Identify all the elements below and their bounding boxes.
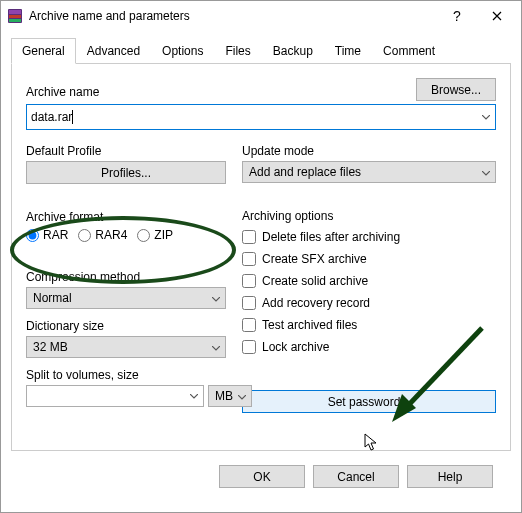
- tab-time[interactable]: Time: [324, 38, 372, 64]
- svg-rect-2: [9, 15, 21, 18]
- app-icon: [7, 8, 23, 24]
- update-mode-label: Update mode: [242, 144, 496, 158]
- radio-zip[interactable]: ZIP: [137, 228, 173, 242]
- titlebar-close-button[interactable]: [477, 2, 517, 30]
- cancel-button[interactable]: Cancel: [313, 465, 399, 488]
- cursor-icon: [364, 433, 380, 453]
- dialog-window: Archive name and parameters ? GeneralAdv…: [0, 0, 522, 513]
- archive-name-value: data.rar: [31, 110, 72, 124]
- chevron-down-icon: [207, 293, 225, 304]
- tab-comment[interactable]: Comment: [372, 38, 446, 64]
- chevron-down-icon: [207, 342, 225, 353]
- option-3[interactable]: Add recovery record: [242, 292, 496, 314]
- set-password-button[interactable]: Set password...: [242, 390, 496, 413]
- archive-name-input[interactable]: data.rar: [26, 104, 496, 130]
- checkbox-1[interactable]: [242, 252, 256, 266]
- radio-input-rar4[interactable]: [78, 229, 91, 242]
- tab-options[interactable]: Options: [151, 38, 214, 64]
- archiving-options-label: Archiving options: [242, 209, 496, 223]
- titlebar-help-button[interactable]: ?: [437, 2, 477, 30]
- tab-general[interactable]: General: [11, 38, 76, 64]
- compression-label: Compression method: [26, 270, 226, 284]
- split-size-input[interactable]: [26, 385, 204, 407]
- split-size-field[interactable]: [27, 387, 185, 405]
- archive-format-group: RARRAR4ZIP: [26, 228, 226, 242]
- browse-button[interactable]: Browse...: [416, 78, 496, 101]
- ok-button[interactable]: OK: [219, 465, 305, 488]
- checkbox-2[interactable]: [242, 274, 256, 288]
- default-profile-label: Default Profile: [26, 144, 226, 158]
- tab-backup[interactable]: Backup: [262, 38, 324, 64]
- update-mode-select[interactable]: Add and replace files: [242, 161, 496, 183]
- tab-bar: GeneralAdvancedOptionsFilesBackupTimeCom…: [11, 37, 511, 64]
- archive-format-label: Archive format: [26, 210, 226, 224]
- option-2[interactable]: Create solid archive: [242, 270, 496, 292]
- dialog-footer: OK Cancel Help: [11, 451, 511, 488]
- chevron-down-icon: [477, 167, 495, 178]
- tab-files[interactable]: Files: [214, 38, 261, 64]
- option-5[interactable]: Lock archive: [242, 336, 496, 358]
- profiles-button[interactable]: Profiles...: [26, 161, 226, 184]
- checkbox-4[interactable]: [242, 318, 256, 332]
- radio-input-zip[interactable]: [137, 229, 150, 242]
- option-0[interactable]: Delete files after archiving: [242, 226, 496, 248]
- chevron-down-icon: [233, 391, 251, 402]
- dictionary-label: Dictionary size: [26, 319, 226, 333]
- tab-advanced[interactable]: Advanced: [76, 38, 151, 64]
- tab-panel-general: Archive name Browse... data.rar: [11, 64, 511, 451]
- radio-rar4[interactable]: RAR4: [78, 228, 127, 242]
- checkbox-3[interactable]: [242, 296, 256, 310]
- split-unit-select[interactable]: MB: [208, 385, 252, 407]
- checkbox-5[interactable]: [242, 340, 256, 354]
- radio-input-rar[interactable]: [26, 229, 39, 242]
- titlebar: Archive name and parameters ?: [1, 1, 521, 31]
- option-4[interactable]: Test archived files: [242, 314, 496, 336]
- checkbox-0[interactable]: [242, 230, 256, 244]
- compression-select[interactable]: Normal: [26, 287, 226, 309]
- help-button[interactable]: Help: [407, 465, 493, 488]
- window-title: Archive name and parameters: [29, 9, 437, 23]
- split-label: Split to volumes, size: [26, 368, 226, 382]
- archiving-options-group: Delete files after archivingCreate SFX a…: [242, 226, 496, 358]
- radio-rar[interactable]: RAR: [26, 228, 68, 242]
- archive-name-label: Archive name: [26, 85, 400, 99]
- option-1[interactable]: Create SFX archive: [242, 248, 496, 270]
- chevron-down-icon[interactable]: [477, 115, 495, 120]
- svg-rect-3: [9, 19, 21, 22]
- svg-rect-1: [9, 10, 21, 14]
- dictionary-select[interactable]: 32 MB: [26, 336, 226, 358]
- chevron-down-icon[interactable]: [185, 394, 203, 399]
